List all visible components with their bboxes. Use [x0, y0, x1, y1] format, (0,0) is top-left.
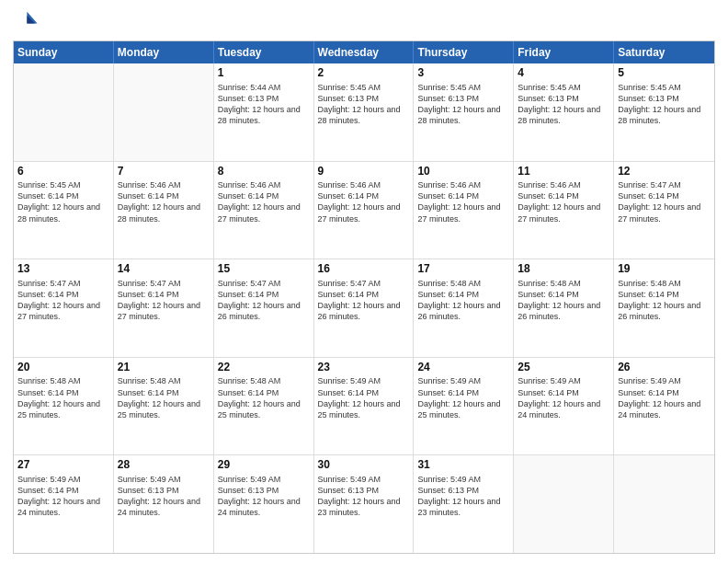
cal-cell: 9Sunrise: 5:46 AM Sunset: 6:14 PM Daylig… — [314, 162, 415, 259]
day-info: Sunrise: 5:49 AM Sunset: 6:13 PM Dayligh… — [118, 474, 210, 519]
day-info: Sunrise: 5:49 AM Sunset: 6:14 PM Dayligh… — [17, 474, 109, 519]
cal-cell: 26Sunrise: 5:49 AM Sunset: 6:14 PM Dayli… — [614, 358, 714, 455]
day-number: 6 — [17, 165, 109, 179]
day-info: Sunrise: 5:46 AM Sunset: 6:14 PM Dayligh… — [518, 179, 609, 224]
cal-cell: 28Sunrise: 5:49 AM Sunset: 6:13 PM Dayli… — [114, 455, 214, 553]
cal-header-monday: Monday — [114, 41, 214, 63]
day-info: Sunrise: 5:49 AM Sunset: 6:14 PM Dayligh… — [417, 375, 509, 420]
day-info: Sunrise: 5:47 AM Sunset: 6:14 PM Dayligh… — [218, 278, 310, 323]
cal-cell: 1Sunrise: 5:44 AM Sunset: 6:13 PM Daylig… — [214, 63, 314, 161]
logo-icon — [13, 9, 39, 35]
day-number: 7 — [118, 165, 210, 179]
day-info: Sunrise: 5:46 AM Sunset: 6:14 PM Dayligh… — [417, 179, 509, 224]
cal-cell: 12Sunrise: 5:47 AM Sunset: 6:14 PM Dayli… — [614, 162, 714, 259]
cal-cell: 19Sunrise: 5:48 AM Sunset: 6:14 PM Dayli… — [614, 259, 714, 357]
day-number: 17 — [417, 262, 509, 277]
cal-cell: 27Sunrise: 5:49 AM Sunset: 6:14 PM Dayli… — [14, 455, 114, 553]
cal-cell: 23Sunrise: 5:49 AM Sunset: 6:14 PM Dayli… — [314, 358, 415, 455]
cal-cell: 10Sunrise: 5:46 AM Sunset: 6:14 PM Dayli… — [414, 162, 514, 259]
cal-header-saturday: Saturday — [614, 41, 714, 63]
cal-cell: 25Sunrise: 5:49 AM Sunset: 6:14 PM Dayli… — [514, 358, 614, 455]
cal-cell: 31Sunrise: 5:49 AM Sunset: 6:13 PM Dayli… — [414, 455, 514, 553]
cal-header-thursday: Thursday — [414, 41, 514, 63]
calendar-header-row: SundayMondayTuesdayWednesdayThursdayFrid… — [14, 41, 714, 63]
day-number: 10 — [417, 165, 509, 179]
day-info: Sunrise: 5:46 AM Sunset: 6:14 PM Dayligh… — [118, 179, 210, 224]
day-info: Sunrise: 5:46 AM Sunset: 6:14 PM Dayligh… — [218, 179, 310, 224]
day-number: 27 — [17, 458, 109, 473]
cal-cell: 21Sunrise: 5:48 AM Sunset: 6:14 PM Dayli… — [114, 358, 214, 455]
day-info: Sunrise: 5:45 AM Sunset: 6:13 PM Dayligh… — [618, 82, 711, 127]
day-number: 15 — [218, 262, 310, 277]
day-number: 29 — [218, 458, 310, 473]
day-info: Sunrise: 5:49 AM Sunset: 6:13 PM Dayligh… — [417, 474, 509, 519]
day-number: 1 — [218, 66, 310, 81]
day-number: 13 — [17, 262, 109, 277]
day-number: 4 — [518, 66, 609, 81]
day-info: Sunrise: 5:48 AM Sunset: 6:14 PM Dayligh… — [118, 375, 210, 420]
day-number: 22 — [218, 361, 310, 375]
day-info: Sunrise: 5:48 AM Sunset: 6:14 PM Dayligh… — [417, 278, 509, 323]
cal-cell: 17Sunrise: 5:48 AM Sunset: 6:14 PM Dayli… — [414, 259, 514, 357]
day-number: 30 — [318, 458, 410, 473]
cal-week-3: 13Sunrise: 5:47 AM Sunset: 6:14 PM Dayli… — [14, 259, 714, 358]
day-info: Sunrise: 5:45 AM Sunset: 6:13 PM Dayligh… — [318, 82, 410, 127]
cal-cell: 3Sunrise: 5:45 AM Sunset: 6:13 PM Daylig… — [414, 63, 514, 161]
cal-cell: 2Sunrise: 5:45 AM Sunset: 6:13 PM Daylig… — [314, 63, 415, 161]
day-info: Sunrise: 5:48 AM Sunset: 6:14 PM Dayligh… — [218, 375, 310, 420]
cal-cell: 13Sunrise: 5:47 AM Sunset: 6:14 PM Dayli… — [14, 259, 114, 357]
day-number: 2 — [318, 66, 410, 81]
cal-week-1: 1Sunrise: 5:44 AM Sunset: 6:13 PM Daylig… — [14, 63, 714, 162]
cal-cell: 22Sunrise: 5:48 AM Sunset: 6:14 PM Dayli… — [214, 358, 314, 455]
day-number: 25 — [518, 361, 609, 375]
day-info: Sunrise: 5:47 AM Sunset: 6:14 PM Dayligh… — [118, 278, 210, 323]
cal-cell: 18Sunrise: 5:48 AM Sunset: 6:14 PM Dayli… — [514, 259, 614, 357]
day-number: 11 — [518, 165, 609, 179]
day-number: 20 — [17, 361, 109, 375]
cal-cell: 30Sunrise: 5:49 AM Sunset: 6:13 PM Dayli… — [314, 455, 415, 553]
day-number: 3 — [417, 66, 509, 81]
day-info: Sunrise: 5:45 AM Sunset: 6:14 PM Dayligh… — [17, 179, 109, 224]
cal-cell: 16Sunrise: 5:47 AM Sunset: 6:14 PM Dayli… — [314, 259, 415, 357]
cal-cell: 20Sunrise: 5:48 AM Sunset: 6:14 PM Dayli… — [14, 358, 114, 455]
day-info: Sunrise: 5:49 AM Sunset: 6:14 PM Dayligh… — [318, 375, 410, 420]
cal-week-4: 20Sunrise: 5:48 AM Sunset: 6:14 PM Dayli… — [14, 358, 714, 456]
day-info: Sunrise: 5:49 AM Sunset: 6:13 PM Dayligh… — [218, 474, 310, 519]
logo — [13, 9, 40, 35]
day-number: 12 — [618, 165, 711, 179]
cal-cell: 24Sunrise: 5:49 AM Sunset: 6:14 PM Dayli… — [414, 358, 514, 455]
day-info: Sunrise: 5:49 AM Sunset: 6:14 PM Dayligh… — [518, 375, 609, 420]
day-info: Sunrise: 5:48 AM Sunset: 6:14 PM Dayligh… — [518, 278, 609, 323]
cal-week-5: 27Sunrise: 5:49 AM Sunset: 6:14 PM Dayli… — [14, 455, 714, 553]
cal-header-sunday: Sunday — [14, 41, 114, 63]
day-info: Sunrise: 5:44 AM Sunset: 6:13 PM Dayligh… — [218, 82, 310, 127]
cal-cell — [614, 455, 714, 553]
header — [13, 9, 715, 35]
day-info: Sunrise: 5:48 AM Sunset: 6:14 PM Dayligh… — [17, 375, 109, 420]
cal-cell: 4Sunrise: 5:45 AM Sunset: 6:13 PM Daylig… — [514, 63, 614, 161]
day-number: 8 — [218, 165, 310, 179]
day-info: Sunrise: 5:47 AM Sunset: 6:14 PM Dayligh… — [17, 278, 109, 323]
day-number: 31 — [417, 458, 509, 473]
cal-cell — [114, 63, 214, 161]
day-number: 26 — [618, 361, 711, 375]
cal-header-tuesday: Tuesday — [214, 41, 314, 63]
day-info: Sunrise: 5:48 AM Sunset: 6:14 PM Dayligh… — [618, 278, 711, 323]
cal-cell: 15Sunrise: 5:47 AM Sunset: 6:14 PM Dayli… — [214, 259, 314, 357]
day-number: 28 — [118, 458, 210, 473]
day-number: 5 — [618, 66, 711, 81]
day-number: 14 — [118, 262, 210, 277]
day-number: 18 — [518, 262, 609, 277]
day-info: Sunrise: 5:49 AM Sunset: 6:13 PM Dayligh… — [318, 474, 410, 519]
calendar: SundayMondayTuesdayWednesdayThursdayFrid… — [13, 40, 715, 554]
day-number: 21 — [118, 361, 210, 375]
cal-cell: 8Sunrise: 5:46 AM Sunset: 6:14 PM Daylig… — [214, 162, 314, 259]
cal-cell: 5Sunrise: 5:45 AM Sunset: 6:13 PM Daylig… — [614, 63, 714, 161]
day-number: 23 — [318, 361, 410, 375]
day-info: Sunrise: 5:45 AM Sunset: 6:13 PM Dayligh… — [518, 82, 609, 127]
cal-cell: 7Sunrise: 5:46 AM Sunset: 6:14 PM Daylig… — [114, 162, 214, 259]
day-number: 19 — [618, 262, 711, 277]
cal-cell: 14Sunrise: 5:47 AM Sunset: 6:14 PM Dayli… — [114, 259, 214, 357]
cal-cell: 6Sunrise: 5:45 AM Sunset: 6:14 PM Daylig… — [14, 162, 114, 259]
day-number: 9 — [318, 165, 410, 179]
